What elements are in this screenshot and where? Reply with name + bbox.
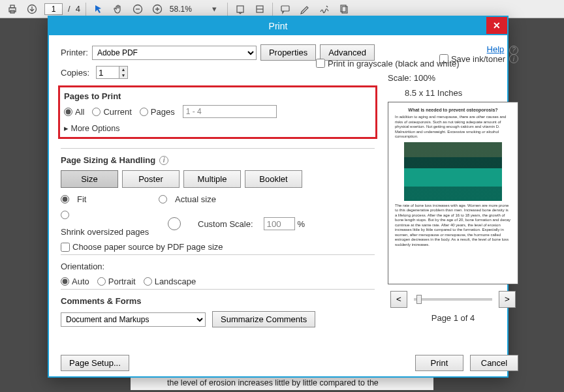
info-icon[interactable]: i [159,156,168,165]
sizing-header: Page Sizing & Handling i [61,155,375,165]
paper-size-label: 8.5 x 11 Inches [405,88,518,98]
zoom-value[interactable]: 58.1% [170,5,202,14]
print-icon[interactable] [5,2,20,16]
next-page-button[interactable]: > [499,291,516,308]
comments-forms-select[interactable]: Document and Markups [61,312,206,327]
dialog-title: Print [269,21,288,31]
background-document-text: the level of erosion increases little by… [131,376,433,390]
comment-icon[interactable] [278,2,292,16]
radio-pages[interactable]: Pages [140,107,175,117]
size-button[interactable]: Size [61,170,118,188]
radio-orient-portrait[interactable]: Portrait [97,277,136,286]
page-preview: What is needed to prevent osteoporosis? … [388,102,518,284]
zoom-in-icon[interactable] [150,2,164,16]
more-options-toggle[interactable]: ▸ More Options [64,123,371,133]
properties-button[interactable]: Properties [260,44,316,61]
close-button[interactable]: ✕ [486,17,507,34]
copies-up[interactable]: ▲ [119,67,127,72]
svg-rect-1 [10,5,14,8]
fit-page-icon[interactable] [253,2,267,16]
download-icon[interactable] [25,2,39,16]
svg-rect-6 [237,6,243,12]
scale-label: Scale: 100% [388,73,518,83]
zoom-out-icon[interactable] [131,2,145,16]
copies-spinner[interactable]: ▲ ▼ [96,66,128,79]
radio-orient-auto[interactable]: Auto [61,277,89,286]
poster-button[interactable]: Poster [122,170,180,188]
page-sep: / [68,4,70,14]
sizing-section: Page Sizing & Handling i Size Poster Mul… [61,148,375,252]
radio-current[interactable]: Current [92,107,131,117]
print-dialog: Print ✕ Printer: Adobe PDF Properties Ad… [48,16,509,378]
radio-shrink[interactable]: Shrink oversized pages [61,211,159,237]
multiple-button[interactable]: Multiple [183,170,241,188]
page-indicator: Page 1 of 4 [388,313,518,323]
custom-scale-input[interactable] [264,217,295,230]
pages-to-print-section: Pages to Print All Current Pages ▸ More … [58,85,377,139]
preview-para2: The rate of bone loss increases with age… [395,204,511,248]
preview-image [404,142,502,201]
cancel-button[interactable]: Cancel [470,355,518,371]
highlight-icon[interactable] [298,2,312,16]
comments-forms-section: Comments & Forms Document and Markups Su… [61,289,375,333]
slider-thumb[interactable] [416,295,422,304]
booklet-button[interactable]: Booklet [245,170,302,188]
radio-custom-scale[interactable]: Custom Scale: [159,217,253,230]
printer-select[interactable]: Adobe PDF [92,46,257,60]
radio-actual[interactable]: Actual size [159,194,375,204]
chevron-down-icon[interactable]: ▾ [208,2,222,16]
hand-icon[interactable] [111,2,125,16]
sign-icon[interactable] [317,2,332,16]
pages-to-print-header: Pages to Print [64,91,371,101]
close-icon: ✕ [493,20,501,31]
prev-page-button[interactable]: < [390,291,407,308]
divider [272,3,273,16]
page-setup-button[interactable]: Page Setup... [61,355,129,371]
summarize-comments-button[interactable]: Summarize Comments [212,311,315,327]
comments-forms-header: Comments & Forms [61,296,375,306]
pct-label: % [298,219,306,229]
print-button[interactable]: Print [415,355,463,371]
copies-down[interactable]: ▼ [119,72,127,78]
preview-title: What is needed to prevent osteoporosis? [408,108,497,113]
copies-label: Copies: [61,68,89,78]
pointer-icon[interactable] [91,2,106,16]
preview-slider[interactable] [414,298,492,301]
radio-all[interactable]: All [64,107,84,117]
svg-rect-8 [281,6,289,11]
radio-orient-landscape[interactable]: Landscape [144,277,196,286]
dialog-titlebar: Print ✕ [49,17,507,35]
help-link[interactable]: Help [487,44,505,54]
choose-paper-checkbox[interactable]: Choose paper source by PDF page size [61,242,375,252]
fit-width-icon[interactable] [233,2,247,16]
help-info-icon[interactable]: ? [509,46,518,55]
info-icon[interactable]: i [509,54,518,63]
page-number-input[interactable] [44,3,63,15]
preview-para1: In addition to aging and menopause, ther… [395,115,511,140]
orientation-label: Orientation: [61,262,375,271]
page-total: 4 [76,4,80,14]
divider [86,3,86,16]
divider [227,3,228,16]
printer-label: Printer: [61,48,88,57]
grayscale-checkbox[interactable]: Print in grayscale (black and white) [316,59,460,68]
copies-input[interactable] [96,66,119,79]
orientation-section: Orientation: Auto Portrait Landscape [61,254,375,286]
attach-icon[interactable] [337,2,351,16]
pages-range-input[interactable] [183,105,277,118]
radio-fit[interactable]: Fit [61,194,159,204]
